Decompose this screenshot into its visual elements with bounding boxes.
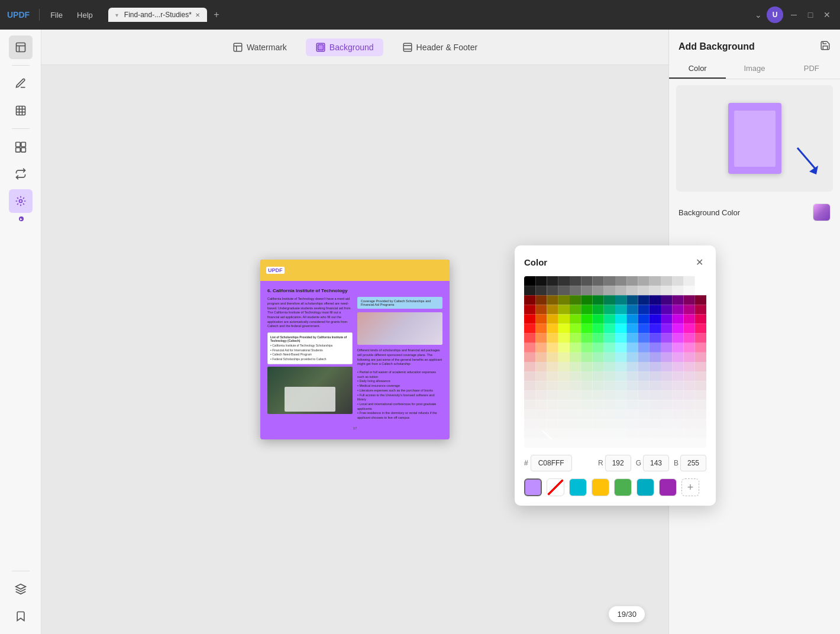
doc-body: California Institute of Technology doesn… <box>267 297 442 423</box>
r-input[interactable] <box>605 455 631 471</box>
sidebar-icon-active[interactable] <box>9 189 33 213</box>
page-indicator-text: 19/30 <box>617 610 637 619</box>
tab-pdf[interactable]: PDF <box>783 59 840 79</box>
recent-swatch-5[interactable] <box>637 478 654 496</box>
color-gradient-canvas[interactable] <box>524 276 706 448</box>
background-icon <box>315 42 326 53</box>
tab-area: ▾ Find-and-...r-Studies* ✕ + <box>108 8 750 22</box>
r-input-group: R <box>598 455 631 471</box>
background-button[interactable]: Background <box>306 38 383 56</box>
add-color-button[interactable]: + <box>681 478 699 496</box>
sidebar-divider-2 <box>12 128 30 129</box>
recent-swatch-3[interactable] <box>592 478 609 496</box>
sidebar-divider-1 <box>12 65 30 66</box>
sidebar-icon-organize[interactable] <box>9 135 33 158</box>
svg-rect-10 <box>15 148 20 152</box>
svg-rect-11 <box>21 148 25 152</box>
right-panel-title: Add Background <box>679 41 755 52</box>
svg-rect-14 <box>234 43 242 51</box>
color-picker-header: Color ✕ <box>524 255 706 269</box>
svg-rect-16 <box>318 44 323 50</box>
rgb-inputs-row: # R G B <box>524 455 706 471</box>
recent-swatch-6[interactable] <box>659 478 677 496</box>
sidebar-bottom <box>9 568 33 628</box>
sidebar-icon-annotate[interactable] <box>9 72 33 95</box>
recent-swatch-2[interactable] <box>569 478 587 496</box>
sidebar-icon-edit[interactable] <box>9 99 33 122</box>
sidebar-icon-bookmark[interactable] <box>9 604 33 628</box>
doc-logo: UPDF <box>266 267 285 274</box>
b-label: B <box>674 459 679 467</box>
tab-image[interactable]: Image <box>726 59 783 79</box>
background-label: Background <box>329 43 374 52</box>
doc-page: UPDF 6. California Institute of Technolo… <box>260 260 450 439</box>
b-input-group: B <box>674 455 706 471</box>
doc-left-col: California Institute of Technology doesn… <box>267 297 353 423</box>
svg-point-12 <box>19 200 22 203</box>
sidebar-icon-layers[interactable] <box>9 577 33 601</box>
r-label: R <box>598 459 603 467</box>
doc-text-1: California Institute of Technology doesn… <box>267 297 353 329</box>
menu-file[interactable]: File <box>44 8 69 22</box>
b-input[interactable] <box>680 455 706 471</box>
doc-footer-num: 17 <box>267 424 442 432</box>
color-picker-close[interactable]: ✕ <box>692 255 706 269</box>
color-picker-popup: Color ✕ # R G B + <box>515 245 716 506</box>
sidebar-icon-reader[interactable] <box>9 35 33 59</box>
new-tab-button[interactable]: + <box>209 8 224 22</box>
avatar[interactable]: U <box>767 7 783 23</box>
tabs-overflow-icon[interactable]: ⌄ <box>755 10 762 20</box>
header-footer-icon <box>402 42 413 53</box>
svg-line-20 <box>797 148 815 169</box>
recent-swatch-4[interactable] <box>614 478 632 496</box>
g-input-group: G <box>636 455 669 471</box>
hex-input[interactable] <box>531 455 572 471</box>
right-panel-header: Add Background <box>669 30 840 59</box>
left-sidebar: ▶ <box>0 30 41 634</box>
svg-rect-3 <box>16 106 25 115</box>
g-input[interactable] <box>643 455 669 471</box>
tab-dropdown-icon[interactable]: ▾ <box>115 12 118 18</box>
tab-close-icon[interactable]: ✕ <box>195 12 200 18</box>
arrow-indicator <box>791 142 821 180</box>
svg-marker-13 <box>15 584 25 589</box>
recent-swatch-0[interactable] <box>524 478 542 496</box>
watermark-icon <box>232 42 243 53</box>
header-footer-label: Header & Footer <box>416 43 478 52</box>
doc-list-item-4: • Federal Scholarships provided to Calte… <box>270 357 350 362</box>
color-picker-title: Color <box>524 257 547 267</box>
doc-callout: Coverage Provided by Caltech Scholarship… <box>357 297 442 309</box>
doc-content: 6. California Institute of Technology Ca… <box>260 281 450 439</box>
recent-colors-row: + <box>524 478 706 496</box>
titlebar: UPDF File Help ▾ Find-and-...r-Studies* … <box>0 0 840 30</box>
tab-color[interactable]: Color <box>669 59 726 79</box>
save-panel-icon[interactable] <box>820 40 831 53</box>
doc-list-box: List of Scholarships Provided by Califor… <box>267 332 353 364</box>
titlebar-divider <box>39 9 40 21</box>
doc-image-2 <box>267 367 353 414</box>
maximize-button[interactable]: □ <box>805 9 816 21</box>
doc-text-3: • Partial or full waiver of academic edu… <box>357 370 442 420</box>
watermark-button[interactable]: Watermark <box>223 38 296 56</box>
sidebar-divider-3 <box>12 571 30 571</box>
svg-rect-0 <box>16 43 25 52</box>
doc-image-1 <box>357 312 442 345</box>
hex-label: # <box>524 459 528 467</box>
minimize-button[interactable]: ─ <box>788 9 800 21</box>
recent-swatch-transparent[interactable] <box>547 478 564 496</box>
doc-list-item-3: • Caltech Need-Based Program <box>270 352 350 357</box>
menu-help[interactable]: Help <box>71 8 99 22</box>
active-tab[interactable]: ▾ Find-and-...r-Studies* ✕ <box>108 8 207 22</box>
svg-rect-8 <box>15 143 20 147</box>
doc-right-col: Coverage Provided by Caltech Scholarship… <box>357 297 442 423</box>
hex-input-group: # <box>524 455 593 471</box>
doc-list-item-1: • California Institute of Technology Sch… <box>270 344 350 348</box>
doc-text-2: Different kinds of scholarships and fina… <box>357 348 442 367</box>
doc-list-item-2: • Financial Aid for International Studen… <box>270 348 350 353</box>
header-footer-button[interactable]: Header & Footer <box>393 38 487 56</box>
doc-page-header: UPDF <box>260 260 450 281</box>
watermark-label: Watermark <box>247 43 287 52</box>
close-button[interactable]: ✕ <box>821 9 833 21</box>
sidebar-icon-convert[interactable] <box>9 162 33 186</box>
bg-color-swatch[interactable] <box>813 203 831 221</box>
